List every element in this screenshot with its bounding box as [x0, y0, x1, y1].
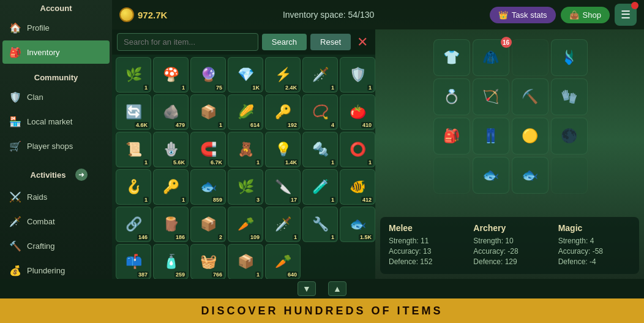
search-button[interactable]: Search [262, 34, 307, 50]
item-cell[interactable]: 🌽614 [228, 94, 263, 130]
item-cell[interactable]: 🌿1 [116, 57, 151, 93]
scroll-up-button[interactable]: ▲ [328, 281, 346, 296]
search-bar: Search Reset ✕ [112, 29, 375, 55]
item-cell[interactable]: 🧸1 [228, 132, 263, 167]
archery-defence: Defence: 129 [473, 257, 545, 266]
item-cell[interactable]: 🔩1 [302, 132, 338, 167]
menu-badge [631, 2, 638, 9]
task-stats-label: Task stats [512, 10, 547, 20]
item-cell[interactable]: 🐠412 [340, 169, 375, 205]
raids-icon: ⚔️ [9, 190, 22, 203]
inventory-area: Search Reset ✕ 🌿1🍄1🔮75💎1K⚡2.4K🗡️1🛡️1🔄4.6… [112, 29, 644, 279]
item-cell[interactable]: 🪝1 [116, 169, 151, 205]
equip-cell[interactable]: 🎒 [433, 118, 470, 154]
scroll-down-button[interactable]: ▼ [298, 281, 316, 296]
equip-cell[interactable] [512, 39, 549, 76]
archery-strength: Strength: 10 [473, 237, 545, 245]
item-cell[interactable]: 🍅410 [340, 94, 375, 130]
item-cell[interactable]: 🍄1 [153, 57, 189, 93]
equip-cell[interactable]: 💍 [433, 78, 470, 115]
sidebar-item-inventory[interactable]: 🎒 Inventory [2, 40, 110, 64]
item-cell[interactable]: 🐟859 [190, 169, 226, 205]
profile-icon: 🏠 [9, 21, 22, 34]
sidebar-item-combat[interactable]: 🗡️ Combat [2, 210, 110, 233]
menu-button[interactable]: ☰ [615, 4, 637, 26]
equip-cell[interactable]: 🐟 [473, 157, 509, 194]
equip-cell[interactable]: 🌑 [551, 118, 588, 154]
item-cell[interactable]: 💡1.4K [265, 132, 301, 167]
sidebar-item-raids[interactable]: ⚔️ Raids [2, 185, 110, 208]
item-cell[interactable]: 📦2 [190, 207, 226, 242]
scroll-arrows: ▼ ▲ [0, 279, 644, 298]
item-cell[interactable]: 🧪1 [302, 169, 338, 205]
sidebar-item-plundering[interactable]: 💰 Plundering [2, 259, 110, 279]
equip-badge: 16 [501, 37, 512, 48]
item-cell[interactable]: 🪬5.6K [153, 132, 189, 167]
item-cell[interactable]: ⭕1 [340, 132, 375, 167]
task-stats-button[interactable]: 👑 Task stats [490, 7, 556, 23]
equip-cell[interactable]: 👖 [473, 118, 509, 154]
item-cell[interactable]: 🥕109 [228, 207, 263, 242]
item-cell[interactable]: 🧺766 [190, 244, 226, 279]
equip-cell[interactable]: ⛏️ [512, 78, 549, 115]
activities-arrow[interactable]: ➜ [75, 169, 88, 181]
inventory-space-label: Inventory space: 54/130 [283, 10, 374, 20]
magic-defence: Defence: -4 [558, 257, 631, 266]
search-input[interactable] [117, 33, 258, 51]
item-cell[interactable]: 🔧1 [302, 207, 338, 242]
raids-label: Raids [27, 192, 47, 202]
equip-cell[interactable] [433, 157, 470, 194]
sidebar-item-crafting[interactable]: 🔨 Crafting [2, 234, 110, 257]
equipment-grid: 👕🧥16🩱💍🏹⛏️🧤🎒👖🟡🌑🐟🐟 [433, 39, 586, 192]
coins-display: 972.7K [119, 7, 167, 22]
item-cell[interactable]: 🪨479 [153, 94, 189, 130]
item-cell[interactable]: 📫387 [116, 244, 151, 279]
shop-label: Shop [583, 10, 601, 20]
item-cell[interactable]: 📦1 [228, 244, 263, 279]
sidebar: Account 🏠 Profile 🎒 Inventory Community … [0, 0, 112, 279]
item-cell[interactable]: 🔑192 [265, 94, 301, 130]
item-cell[interactable]: 🌿3 [228, 169, 263, 205]
equip-cell[interactable] [551, 157, 588, 194]
magic-stats: Magic Strength: 4 Accuracy: -58 Defence:… [558, 223, 631, 268]
item-cell[interactable]: 🔪17 [265, 169, 301, 205]
item-cell[interactable]: 🔮75 [190, 57, 226, 93]
main-content: 972.7K Inventory space: 54/130 👑 Task st… [112, 0, 644, 279]
item-cell[interactable]: 🧲6.7K [190, 132, 226, 167]
item-cell[interactable]: 🛡️1 [340, 57, 375, 93]
item-cell[interactable]: 🪵186 [153, 207, 189, 242]
crafting-icon: 🔨 [9, 239, 22, 253]
close-button[interactable]: ✕ [354, 34, 370, 50]
item-cell[interactable]: 💎1K [228, 57, 263, 93]
equip-cell[interactable]: 👕 [433, 39, 470, 76]
item-cell[interactable]: 🗡️1 [302, 57, 338, 93]
item-cell[interactable]: 🔑1 [153, 169, 189, 205]
equip-cell[interactable]: 🟡 [512, 118, 549, 154]
equip-cell[interactable]: 🩱 [551, 39, 588, 76]
reset-button[interactable]: Reset [310, 34, 351, 50]
equip-cell[interactable]: 🐟 [512, 157, 549, 194]
account-section-label: Account [0, 0, 112, 15]
item-cell[interactable]: 🧴259 [153, 244, 189, 279]
item-cell[interactable]: 🥕640 [265, 244, 301, 279]
stats-panel: Melee Strength: 11 Accuracy: 13 Defence:… [380, 217, 639, 274]
item-cell[interactable]: 🐟1.5K [340, 207, 375, 242]
equip-cell[interactable]: 🧥16 [473, 39, 509, 76]
sidebar-item-local-market[interactable]: 🏪 Local market [2, 110, 110, 133]
inventory-label: Inventory [27, 48, 59, 57]
item-cell[interactable]: 🔄4.6K [116, 94, 151, 130]
item-cell[interactable]: 📿4 [302, 94, 338, 130]
shop-button[interactable]: 👜 Shop [561, 7, 610, 23]
sidebar-item-clan[interactable]: 🛡️ Clan [2, 85, 110, 108]
item-cell[interactable]: 📦1 [190, 94, 226, 130]
item-cell[interactable]: 📜1 [116, 132, 151, 167]
right-panel: 👕🧥16🩱💍🏹⛏️🧤🎒👖🟡🌑🐟🐟 Melee Strength: 11 Accu… [375, 29, 644, 279]
clan-label: Clan [27, 93, 43, 102]
item-cell[interactable]: 🗡️1 [265, 207, 301, 242]
sidebar-item-profile[interactable]: 🏠 Profile [2, 16, 110, 39]
equip-cell[interactable]: 🧤 [551, 78, 588, 115]
item-cell[interactable]: 🔗146 [116, 207, 151, 242]
sidebar-item-player-shops[interactable]: 🛒 Player shops [2, 134, 110, 158]
item-cell[interactable]: ⚡2.4K [265, 57, 301, 93]
equip-cell[interactable]: 🏹 [473, 78, 509, 115]
